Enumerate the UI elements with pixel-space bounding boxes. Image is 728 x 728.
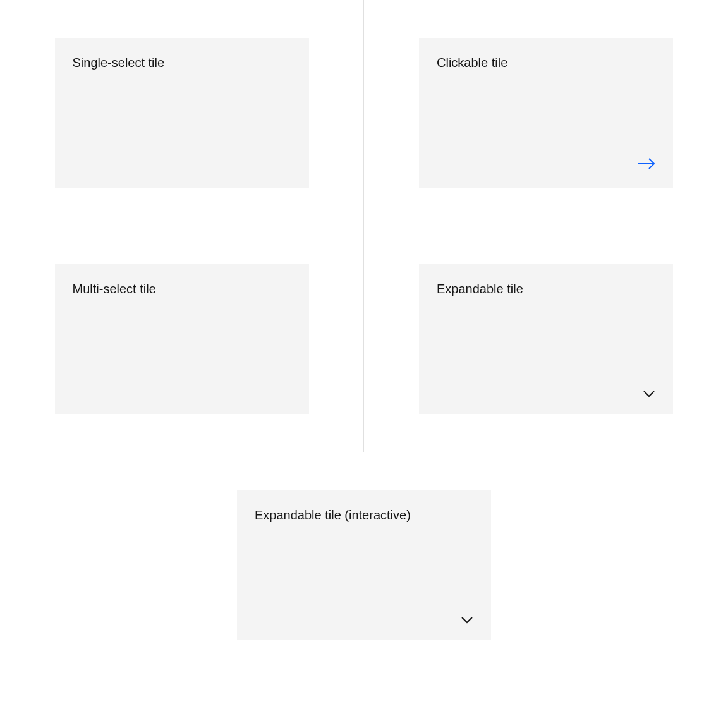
expandable-tile[interactable]: Expandable tile — [419, 264, 673, 414]
cell-expandable: Expandable tile — [364, 226, 728, 452]
checkbox-icon[interactable] — [279, 282, 291, 294]
chevron-down-icon[interactable] — [461, 615, 473, 622]
tile-label: Expandable tile — [437, 282, 655, 296]
tile-label: Multi-select tile — [73, 282, 291, 296]
row-expandable-interactive: Expandable tile (interactive) — [0, 452, 728, 678]
clickable-tile[interactable]: Clickable tile — [419, 38, 673, 188]
arrow-right-icon — [638, 157, 655, 170]
expandable-interactive-tile[interactable]: Expandable tile (interactive) — [237, 490, 491, 640]
single-select-tile[interactable]: Single-select tile — [55, 38, 309, 188]
tile-label: Clickable tile — [437, 56, 655, 70]
tile-label: Expandable tile (interactive) — [255, 508, 473, 523]
chevron-down-icon[interactable] — [643, 389, 655, 396]
cell-multi-select: Multi-select tile — [0, 226, 364, 452]
multi-select-tile[interactable]: Multi-select tile — [55, 264, 309, 414]
cell-single-select: Single-select tile — [0, 0, 364, 226]
cell-clickable: Clickable tile — [364, 0, 728, 226]
tile-label: Single-select tile — [73, 56, 291, 70]
